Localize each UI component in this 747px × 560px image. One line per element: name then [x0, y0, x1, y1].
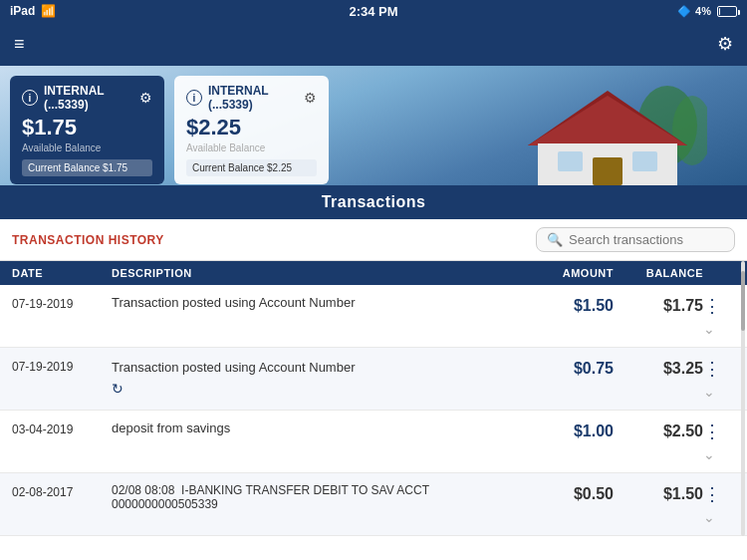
- account-number-1: (...5339): [44, 98, 105, 112]
- current-balance-bar-1: Current Balance $1.75: [22, 159, 152, 176]
- tx-actions-1: ⋮ ⌄: [703, 295, 735, 337]
- search-icon: 🔍: [547, 232, 563, 247]
- col-date-header: DATE: [12, 267, 112, 279]
- svg-rect-5: [558, 151, 583, 171]
- device-label: iPad: [10, 4, 35, 18]
- wifi-icon: 📶: [41, 4, 56, 18]
- status-bar-right: 🔷 4%: [677, 5, 737, 18]
- tx-desc-4: 02/08 08:08 I-BANKING TRANSFER DEBIT TO …: [112, 483, 524, 511]
- tx-actions-2: ⋮ ⌄: [703, 358, 735, 400]
- account-card-1[interactable]: i INTERNAL (...5339) ⚙ $1.75 Available B…: [10, 76, 164, 184]
- search-input[interactable]: [569, 232, 724, 247]
- account-name-1: INTERNAL: [44, 84, 105, 98]
- col-description-header: DESCRIPTION: [112, 267, 524, 279]
- tx-chevron-icon-4[interactable]: ⌄: [703, 509, 735, 525]
- battery-icon: [717, 6, 737, 17]
- available-label-2: Available Balance: [186, 142, 317, 153]
- col-amount-header: AMOUNT: [524, 267, 614, 279]
- tx-amount-1: $1.50: [524, 295, 614, 315]
- tx-chevron-icon-2[interactable]: ⌄: [703, 384, 735, 400]
- tx-balance-3: $2.50: [614, 420, 703, 440]
- account-balance-1: $1.75: [22, 115, 152, 140]
- scroll-indicator[interactable]: [741, 261, 745, 536]
- tx-date-2: 07-19-2019: [12, 358, 112, 374]
- transaction-row: 02-08-2017 02/08 08:08 I-BANKING TRANSFE…: [0, 473, 747, 536]
- account-card-2[interactable]: i INTERNAL (...5339) ⚙ $2.25 Available B…: [174, 76, 329, 184]
- battery-label: 4%: [695, 5, 711, 17]
- nav-bar: ≡ ⚙: [0, 22, 747, 66]
- tx-desc-3: deposit from savings: [112, 420, 524, 435]
- available-label-1: Available Balance: [22, 142, 152, 153]
- status-bar: iPad 📶 2:34 PM 🔷 4%: [0, 0, 747, 22]
- col-balance-header: BALANCE: [614, 267, 703, 279]
- tx-balance-1: $1.75: [614, 295, 703, 315]
- tx-amount-4: $0.50: [524, 483, 614, 503]
- hero-illustration: [508, 76, 707, 185]
- hero-section: i INTERNAL (...5339) ⚙ $1.75 Available B…: [0, 66, 747, 185]
- search-box[interactable]: 🔍: [536, 227, 735, 252]
- history-bar: TRANSACTION HISTORY 🔍: [0, 219, 747, 261]
- bluetooth-icon: 🔷: [677, 5, 691, 18]
- tx-date-1: 07-19-2019: [12, 295, 112, 311]
- tx-actions-3: ⋮ ⌄: [703, 420, 735, 462]
- tx-desc-2: Transaction posted using Account Number: [112, 360, 356, 375]
- history-title: TRANSACTION HISTORY: [12, 233, 164, 247]
- info-icon-2[interactable]: i: [186, 90, 202, 106]
- transaction-row: 03-04-2019 deposit from savings $1.00 $2…: [0, 411, 747, 473]
- tx-date-3: 03-04-2019: [12, 420, 112, 436]
- tx-actions-4: ⋮ ⌄: [703, 483, 735, 525]
- svg-rect-7: [593, 157, 622, 185]
- tx-desc-col-2: Transaction posted using Account Number …: [112, 358, 524, 398]
- status-bar-left: iPad 📶: [10, 4, 56, 18]
- tx-amount-2: $0.75: [524, 358, 614, 378]
- tx-more-icon-4[interactable]: ⋮: [703, 484, 721, 504]
- scroll-thumb[interactable]: [741, 271, 745, 331]
- transactions-title: Transactions: [0, 185, 747, 219]
- tx-desc-1: Transaction posted using Account Number: [112, 295, 524, 310]
- info-icon-1[interactable]: i: [22, 90, 38, 106]
- transaction-row: 07-19-2019 Transaction posted using Acco…: [0, 285, 747, 348]
- status-bar-time: 2:34 PM: [349, 4, 397, 19]
- account-name-2: INTERNAL: [208, 84, 269, 98]
- account-gear-icon-1[interactable]: ⚙: [139, 90, 152, 106]
- tx-more-icon-2[interactable]: ⋮: [703, 359, 721, 379]
- settings-icon[interactable]: ⚙: [717, 33, 733, 55]
- tx-chevron-icon-3[interactable]: ⌄: [703, 446, 735, 462]
- account-gear-icon-2[interactable]: ⚙: [304, 90, 317, 106]
- table-header: DATE DESCRIPTION AMOUNT BALANCE: [0, 261, 747, 285]
- transaction-row: 07-19-2019 Transaction posted using Acco…: [0, 348, 747, 411]
- tx-more-icon-3[interactable]: ⋮: [703, 421, 721, 441]
- tx-balance-4: $1.50: [614, 483, 703, 503]
- tx-amount-3: $1.00: [524, 420, 614, 440]
- col-actions-header: [703, 267, 735, 279]
- tx-more-icon-1[interactable]: ⋮: [703, 296, 721, 316]
- current-balance-bar-2: Current Balance $2.25: [186, 159, 317, 176]
- tx-refresh-icon-2[interactable]: ↻: [112, 381, 124, 397]
- transaction-table: DATE DESCRIPTION AMOUNT BALANCE 07-19-20…: [0, 261, 747, 536]
- account-number-2: (...5339): [208, 98, 269, 112]
- svg-rect-6: [632, 151, 657, 171]
- tx-chevron-icon-1[interactable]: ⌄: [703, 321, 735, 337]
- account-balance-2: $2.25: [186, 115, 317, 140]
- account-cards: i INTERNAL (...5339) ⚙ $1.75 Available B…: [10, 76, 329, 184]
- tx-balance-2: $3.25: [614, 358, 703, 378]
- tx-sub-2: ↻: [112, 380, 524, 398]
- tx-date-4: 02-08-2017: [12, 483, 112, 499]
- hamburger-menu-icon[interactable]: ≡: [14, 34, 25, 55]
